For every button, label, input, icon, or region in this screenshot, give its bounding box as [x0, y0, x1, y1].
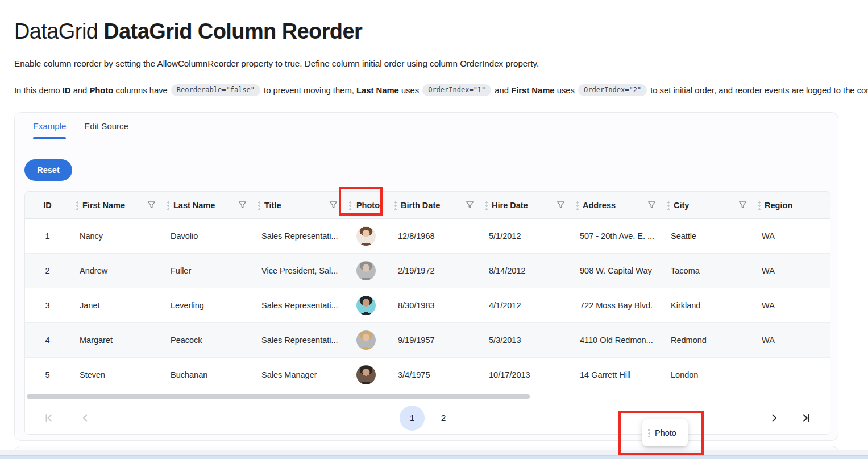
cell-hire-date: 5/1/2012: [480, 219, 571, 253]
drag-ghost-highlight-box: [618, 411, 704, 455]
cell-first-name: Nancy: [70, 219, 161, 253]
column-header-address[interactable]: Address: [571, 192, 662, 218]
bottom-bar: [0, 450, 868, 459]
code-chip-reorderable: Reorderable="false": [171, 84, 260, 96]
cell-region: [753, 358, 830, 392]
grid-header-row: ID First Name Last Name Title: [25, 192, 830, 219]
cell-region: WA: [753, 323, 830, 357]
cell-title: Sales Representati...: [252, 323, 343, 357]
photo-header-highlight-box: [339, 187, 383, 216]
filter-icon[interactable]: [466, 201, 474, 209]
cell-photo: [343, 219, 389, 253]
cell-birth-date: 2/19/1972: [389, 254, 480, 288]
cell-title: Sales Manager: [252, 358, 343, 392]
employee-photo: [356, 330, 376, 350]
bottom-bar-accent: [0, 455, 868, 459]
cell-city: Seattle: [662, 219, 753, 253]
cell-last-name: Buchanan: [161, 358, 252, 392]
cell-title: Vice President, Sal...: [252, 254, 343, 288]
page-title: DataGrid DataGrid Column Reorder: [14, 19, 362, 44]
filter-icon[interactable]: [147, 201, 156, 209]
column-header-birth-date[interactable]: Birth Date: [389, 192, 480, 218]
grid-pager: 1 2: [25, 402, 830, 435]
filter-icon[interactable]: [647, 201, 656, 209]
drag-grip-icon[interactable]: [167, 201, 169, 210]
table-row[interactable]: 5 Steven Buchanan Sales Manager 3/4/1975…: [25, 358, 830, 392]
cell-first-name: Margaret: [70, 323, 161, 357]
tab-bar: Example Edit Source: [15, 113, 838, 139]
horizontal-scrollbar: [25, 392, 830, 402]
cell-title: Sales Representati...: [252, 219, 343, 253]
cell-photo: [343, 323, 389, 357]
cell-first-name: Steven: [70, 358, 161, 392]
drag-grip-icon[interactable]: [258, 201, 260, 210]
active-tab-underline: [33, 137, 66, 139]
filter-icon[interactable]: [556, 201, 565, 209]
previous-page-icon[interactable]: [80, 412, 91, 424]
next-page-icon[interactable]: [769, 412, 780, 424]
cell-region: WA: [753, 219, 830, 253]
cell-birth-date: 3/4/1975: [389, 358, 480, 392]
column-header-region[interactable]: Region: [753, 192, 830, 218]
drag-grip-icon[interactable]: [667, 201, 670, 210]
filter-icon[interactable]: [329, 201, 338, 209]
table-row[interactable]: 4 Margaret Peacock Sales Representati...…: [25, 323, 830, 358]
cell-address: 4110 Old Redmon...: [571, 323, 662, 357]
drag-grip-icon[interactable]: [485, 201, 488, 210]
code-chip-orderindex-1: OrderIndex="1": [422, 84, 491, 96]
reset-button[interactable]: Reset: [24, 159, 72, 181]
tab-example[interactable]: Example: [33, 113, 66, 139]
cell-hire-date: 8/14/2012: [480, 254, 571, 288]
drag-grip-icon[interactable]: [758, 201, 761, 210]
employee-photo: [356, 296, 376, 315]
filter-icon[interactable]: [238, 201, 247, 209]
filter-icon[interactable]: [738, 201, 747, 209]
cell-birth-date: 12/8/1968: [389, 219, 480, 253]
page-button-1[interactable]: 1: [400, 406, 425, 431]
cell-birth-date: 8/30/1983: [389, 288, 480, 322]
table-row[interactable]: 1 Nancy Davolio Sales Representati... 12…: [25, 219, 830, 254]
drag-grip-icon[interactable]: [394, 201, 397, 210]
cell-photo: [343, 288, 389, 322]
column-header-hire-date[interactable]: Hire Date: [480, 192, 571, 218]
cell-id: 3: [25, 288, 70, 322]
column-header-id: ID: [25, 192, 70, 218]
cell-hire-date: 4/1/2012: [480, 288, 571, 322]
table-row[interactable]: 3 Janet Leverling Sales Representati... …: [25, 288, 830, 323]
column-header-title[interactable]: Title: [252, 192, 343, 218]
cell-hire-date: 5/3/2013: [480, 323, 571, 357]
cell-city: Redmond: [662, 323, 753, 357]
drag-grip-icon[interactable]: [76, 201, 78, 210]
drag-grip-icon[interactable]: [576, 201, 579, 210]
cell-title: Sales Representati...: [252, 288, 343, 322]
cell-last-name: Peacock: [161, 323, 252, 357]
page-title-category: DataGrid: [14, 19, 98, 43]
cell-birth-date: 9/19/1957: [389, 323, 480, 357]
cell-address: 14 Garrett Hill: [571, 358, 662, 392]
employee-photo: [356, 365, 376, 384]
last-page-icon[interactable]: [800, 412, 812, 424]
horizontal-scrollbar-thumb[interactable]: [27, 394, 530, 399]
intro-text: Enable column reorder by setting the All…: [14, 59, 539, 68]
filter-icon[interactable]: [829, 201, 830, 209]
data-grid: ID First Name Last Name Title: [24, 191, 830, 435]
code-chip-orderindex-2: OrderIndex="2": [578, 84, 647, 96]
column-header-city[interactable]: City: [662, 192, 753, 218]
cell-region: WA: [753, 288, 830, 322]
cell-city: Tacoma: [662, 254, 753, 288]
cell-last-name: Fuller: [161, 254, 252, 288]
column-header-last-name[interactable]: Last Name: [161, 192, 252, 218]
column-header-first-name[interactable]: First Name: [70, 192, 161, 218]
table-row[interactable]: 2 Andrew Fuller Vice President, Sal... 2…: [25, 254, 830, 288]
page-title-main: DataGrid Column Reorder: [103, 19, 362, 43]
page: DataGrid DataGrid Column Reorder Enable …: [0, 0, 868, 459]
cell-city: Kirkland: [662, 288, 753, 322]
first-page-icon[interactable]: [43, 412, 55, 424]
cell-id: 5: [25, 358, 70, 392]
page-button-2[interactable]: 2: [436, 406, 451, 431]
cell-last-name: Davolio: [161, 219, 252, 253]
cell-first-name: Janet: [70, 288, 161, 322]
cell-address: 908 W. Capital Way: [571, 254, 662, 288]
cell-last-name: Leverling: [161, 288, 252, 322]
tab-edit-source[interactable]: Edit Source: [84, 113, 128, 139]
